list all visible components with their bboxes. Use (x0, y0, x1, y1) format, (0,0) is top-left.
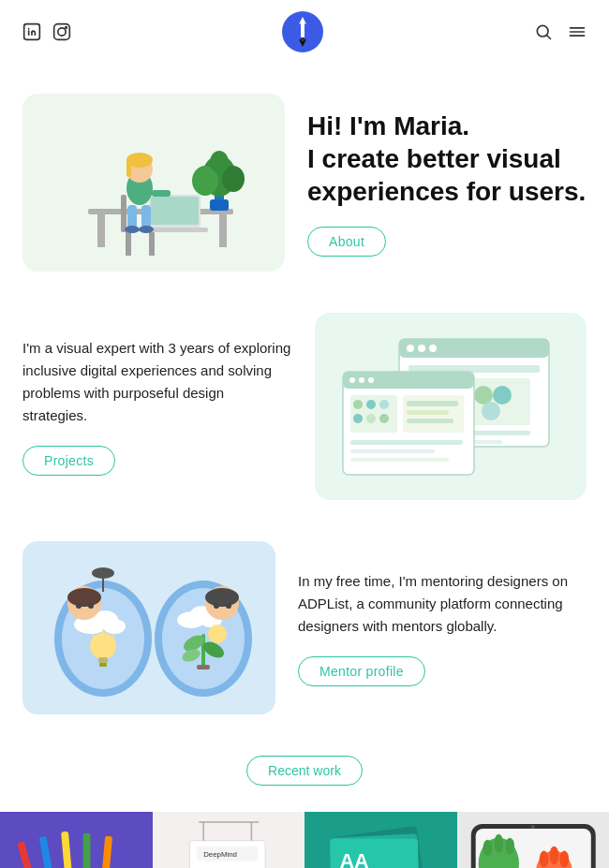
projects-section: I'm a visual expert with 3 years of expl… (0, 294, 609, 522)
svg-rect-35 (210, 199, 229, 211)
svg-rect-18 (219, 214, 227, 247)
svg-point-147 (494, 834, 503, 853)
header-actions (534, 22, 587, 41)
svg-point-39 (210, 151, 229, 173)
svg-point-65 (366, 400, 376, 409)
svg-rect-10 (301, 37, 304, 41)
svg-rect-23 (151, 197, 199, 225)
svg-point-81 (103, 619, 126, 634)
svg-point-146 (483, 840, 492, 857)
svg-rect-72 (407, 410, 449, 415)
svg-point-64 (353, 400, 363, 409)
projects-button[interactable]: Projects (22, 446, 115, 476)
svg-rect-74 (350, 440, 463, 445)
svg-point-62 (368, 377, 374, 383)
svg-point-54 (493, 386, 512, 405)
svg-text:AA: AA (339, 849, 369, 868)
svg-point-55 (482, 402, 500, 420)
portfolio-item-3[interactable]: AA Brand system Guidelines → Colour Typo… (304, 812, 457, 868)
svg-point-151 (549, 846, 558, 865)
mentor-section: In my free time, I'm mentoring designers… (0, 522, 609, 737)
portfolio-item-1[interactable]: Brand Style Guide Name / 2023 (0, 812, 153, 868)
linkedin-icon[interactable] (22, 22, 41, 41)
svg-point-108 (226, 603, 231, 609)
svg-rect-110 (39, 836, 61, 868)
svg-rect-28 (126, 160, 131, 177)
about-button[interactable]: About (307, 227, 386, 257)
svg-point-44 (429, 345, 437, 352)
svg-point-42 (407, 345, 414, 352)
svg-point-68 (366, 414, 376, 423)
svg-point-33 (139, 226, 154, 233)
svg-rect-111 (61, 831, 76, 868)
svg-rect-29 (152, 190, 171, 197)
header-social-links (22, 22, 71, 41)
svg-rect-71 (407, 401, 458, 406)
hero-section: Hi! I'm Maria. I create better visual ex… (0, 64, 609, 294)
svg-rect-112 (83, 833, 91, 868)
svg-rect-73 (407, 419, 453, 423)
portfolio-item-4[interactable] (457, 812, 610, 868)
svg-point-148 (505, 838, 514, 855)
mentor-profile-button[interactable]: Mentor profile (298, 656, 425, 686)
svg-text:DeepMind: DeepMind (203, 850, 237, 859)
svg-rect-31 (141, 205, 151, 228)
svg-point-69 (379, 414, 389, 423)
portfolio-item-2[interactable]: DeepMind Intern Networking Event → (153, 812, 305, 868)
svg-point-92 (76, 603, 82, 609)
svg-line-12 (547, 36, 551, 39)
recent-work-button[interactable]: Recent work (246, 756, 363, 786)
svg-rect-4 (54, 24, 70, 40)
svg-rect-84 (99, 663, 107, 667)
menu-icon[interactable] (568, 22, 587, 41)
svg-point-93 (88, 603, 94, 609)
mentor-text: In my free time, I'm mentoring designers… (298, 570, 587, 686)
svg-point-60 (349, 377, 355, 383)
svg-point-67 (353, 414, 363, 423)
svg-rect-17 (97, 214, 105, 247)
svg-rect-8 (301, 22, 304, 39)
svg-rect-75 (350, 449, 435, 453)
logo[interactable] (282, 11, 323, 52)
mentor-illustration (22, 541, 275, 714)
svg-point-91 (67, 588, 101, 607)
svg-point-66 (379, 400, 389, 409)
svg-rect-104 (197, 665, 210, 669)
recent-work-section: Recent work (0, 737, 609, 812)
hero-illustration (22, 94, 285, 272)
svg-point-107 (214, 603, 219, 609)
svg-point-53 (474, 386, 493, 405)
svg-point-5 (58, 28, 66, 36)
svg-point-106 (205, 588, 239, 607)
svg-point-43 (418, 345, 425, 352)
svg-point-32 (125, 226, 140, 233)
svg-rect-113 (97, 836, 112, 868)
hero-text: Hi! I'm Maria. I create better visual ex… (307, 110, 587, 257)
svg-point-6 (66, 27, 67, 29)
svg-point-89 (92, 567, 114, 579)
svg-point-152 (559, 851, 569, 868)
projects-illustration (315, 313, 587, 500)
header (0, 0, 609, 64)
hero-heading: Hi! I'm Maria. I create better visual ex… (307, 110, 587, 208)
projects-text: I'm a visual expert with 3 years of expl… (22, 337, 292, 476)
projects-description: I'm a visual expert with 3 years of expl… (22, 337, 292, 427)
svg-point-61 (359, 377, 364, 383)
svg-point-99 (208, 625, 227, 643)
svg-point-150 (539, 851, 548, 868)
mentor-description: In my free time, I'm mentoring designers… (298, 570, 587, 638)
svg-rect-30 (127, 205, 137, 228)
portfolio-grid: Brand Style Guide Name / 2023 DeepMind I… (0, 812, 609, 868)
svg-rect-83 (98, 657, 108, 663)
search-icon[interactable] (534, 22, 553, 41)
svg-point-161 (530, 825, 534, 829)
instagram-icon[interactable] (52, 22, 71, 41)
svg-rect-21 (121, 195, 126, 232)
svg-rect-76 (350, 458, 449, 462)
